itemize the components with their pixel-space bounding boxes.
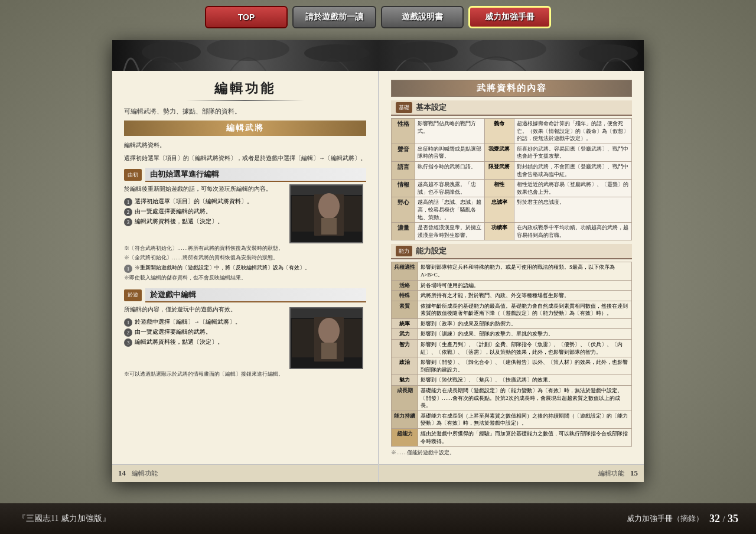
header-right xyxy=(378,40,644,71)
manual-button[interactable]: 遊戲說明書 xyxy=(381,6,464,28)
value-special: 武將所持有之才能，對於戰鬥、內政、外交等種種場哲生影響。 xyxy=(418,291,632,301)
sub-icon-1: 由初 xyxy=(124,169,142,181)
left-page-title: 編輯功能 xyxy=(124,80,366,97)
sub-label-miryoku: 魅力 xyxy=(392,375,418,386)
value-quote: 執行指令時的武將口語。 xyxy=(415,161,485,179)
sub-label-touritsu: 統率 xyxy=(392,318,418,329)
sub1-screenshot xyxy=(285,184,361,243)
label-soushitu: 素質 xyxy=(392,301,418,318)
value-noury: 是否曾經漢漢皇帝。於擁立漢漢皇帝時對生影響。 xyxy=(415,223,485,240)
sub2-step1: 1 於遊戲中選擇〔編輯〕→〔編輯武將〕。 xyxy=(124,318,280,327)
right-footer-title: 編輯功能 xyxy=(598,469,624,478)
note1: ※〔符合武將初始化〕……將所有武將的資料恢復為安裝時的狀態。 xyxy=(124,245,366,253)
sub2-screenshot xyxy=(285,305,361,369)
basic-settings-header: 基礎 基本設定 xyxy=(391,100,632,116)
value-merit-rate: 在內政或戰爭中平均功績。功績越高的武將，越容易得到高的官職。 xyxy=(514,223,631,240)
value-touritsu: 影響到〔政率〕的成果及部隊的防禦力。 xyxy=(418,318,632,329)
sub1-step2: 2 由一覽處選擇要編輯的武將。 xyxy=(124,207,280,216)
table-row: 野心 越高的話「忠誠、忠誠」越高，較容易模仿「騷亂各地、策動」。 忠誠率 對於君… xyxy=(392,197,632,223)
book-container: 編輯功能 可編輯武將、勢力、據點、部隊的資料。 編輯武將 編輯武將資料。 選擇初… xyxy=(112,40,644,482)
sub2-step2: 2 由一覽處選擇要編輯的武將。 xyxy=(124,328,280,337)
label-seikaku: 性格 xyxy=(392,119,415,144)
bottom-manual-label: 威力加強手冊（摘錄） xyxy=(627,513,703,524)
about-button[interactable]: 請於遊戲前一讀 xyxy=(292,6,376,28)
ability-settings-table: 兵種適性 影響到部隊特定兵科和特殊的能力。或是可使用的戰法的種類。S最高，以下依… xyxy=(391,262,632,447)
page-total: 35 xyxy=(728,513,738,525)
label-merit-rate: 功績率 xyxy=(484,223,514,240)
step6-num: 3 xyxy=(124,338,132,347)
svg-rect-13 xyxy=(321,218,337,235)
value-growth: 基礎能力在成長期間〔遊戲設定〕的〔能力變動〕為〔有效〕時，無法於遊戲中設定。〔開… xyxy=(418,386,632,411)
left-page-subtitle: 可編輯武將、勢力、據點、部隊的資料。 xyxy=(124,107,366,116)
sub2-intro: 所編輯的內容，僅於遊玩中的遊戲內有效。 xyxy=(124,305,280,314)
svg-point-3 xyxy=(304,44,369,62)
table-row: 語言 執行指令時的武將口語。 限登武將 對封鎖的武將，不會回應〔登廳武將〕、戰鬥… xyxy=(392,161,632,179)
right-page-number: 15 xyxy=(630,468,638,478)
table-row: 特殊 武將所持有之才能，對於戰鬥、內政、外交等種種場哲生影響。 xyxy=(392,291,632,301)
sub1-step1: 1 選擇初始選單〔項目〕的〔編輯武將資料〕。 xyxy=(124,197,280,206)
bottom-bar: 『三國志11 威力加強版』 威力加強手冊（摘錄） 32 / 35 xyxy=(0,503,756,534)
label-noury: 濃量 xyxy=(392,223,415,240)
right-page: 武將資料的內容 基礎 基本設定 性格 影響戰鬥佔兵略的戰鬥方式。 義命 超過根據… xyxy=(378,71,644,482)
header-left xyxy=(112,40,378,71)
label-special: 特殊 xyxy=(392,291,418,301)
value-chiryoku: 影響到〔生產乃到〕、〔計劃〕全費、部隊指令〔魚雷〕、〔優勢〕、〔伏兵〕、〔內紅〕… xyxy=(418,340,632,357)
table-row: 政治 影響到〔開發〕、〔歸化合令〕、〔建供報告〕以外、〔策人材〕的效果，此外，也… xyxy=(392,357,632,375)
table-row: 成長期 基礎能力在成長期間〔遊戲設定〕的〔能力變動〕為〔有效〕時，無法於遊戲中設… xyxy=(392,386,632,411)
sub-label-seiji: 政治 xyxy=(392,357,418,375)
value-miryoku: 影響到〔陸伏戰況〕、〔魅兵〕、〔扶廣武將〕的效果。 xyxy=(418,375,632,386)
svg-point-5 xyxy=(393,41,458,63)
sub1-text: 於編輯後重新開始遊戲的話，可每次遊玩所編輯的內容。 1 選擇初始選單〔項目〕的〔… xyxy=(124,184,280,243)
note3-num: 1 xyxy=(124,265,132,273)
step1-num: 1 xyxy=(124,198,132,206)
section1-desc: 選擇初始選單〔項目〕的〔編輯武將資料〕，或者是於遊戲中選擇〔編輯〕→〔編輯武將〕… xyxy=(124,154,366,163)
left-footer-title: 編輯功能 xyxy=(132,469,158,478)
sub-title-2: 於遊戲中編輯 xyxy=(145,288,366,302)
note3-item: 1 ※重新開始遊戲時的〔遊戲設定〕中，將〔反映編輯武將〕設為〔有效〕。 xyxy=(124,264,366,273)
value-heisei: 影響到部隊特定兵科和特殊的能力。或是可使用的戰法的種類。S最高，以下依序為A>B… xyxy=(418,262,632,280)
sub2-note: ※可以透過點選顯示於武將的情報畫面的〔編輯〕接鈕來進行編輯。 xyxy=(124,370,366,379)
step6-text: 編輯武將資料後，點選〔決定〕。 xyxy=(135,338,223,346)
value-joho: 越高越不容易洩露。「忠誠」也不容易降低。 xyxy=(415,180,485,197)
note2: ※〔全武將初始化〕……將所有武將的資料恢復為安裝時的狀態。 xyxy=(124,254,366,262)
step2-text: 由一覽處選擇要編輯的武將。 xyxy=(135,207,211,216)
table-row: 魅力 影響到〔陸伏戰況〕、〔魅兵〕、〔扶廣武將〕的效果。 xyxy=(392,375,632,386)
step3-num: 3 xyxy=(124,218,132,226)
step1-text: 選擇初始選單〔項目〕的〔編輯武將資料〕。 xyxy=(135,197,253,206)
top-button[interactable]: TOP xyxy=(205,6,288,28)
label-gen-limit: 限登武將 xyxy=(484,161,514,179)
left-page: 編輯功能 可編輯武將、勢力、據點、部隊的資料。 編輯武將 編輯武將資料。 選擇初… xyxy=(112,71,378,482)
page-current: 32 xyxy=(709,513,720,525)
bottom-right-area: 威力加強手冊（摘錄） 32 / 35 xyxy=(627,513,738,525)
label-ability-cont: 能力持續 xyxy=(392,411,418,428)
basic-settings-icon: 基礎 xyxy=(396,102,412,113)
value-loyalty-rate: 對於君主的忠誠度。 xyxy=(514,197,631,223)
sub2-content: 所編輯的內容，僅於遊玩中的遊戲內有效。 1 於遊戲中選擇〔編輯〕→〔編輯武將〕。… xyxy=(124,305,366,369)
book-pages: 編輯功能 可編輯武將、勢力、據點、部隊的資料。 編輯武將 編輯武將資料。 選擇初… xyxy=(112,71,644,482)
section-header-edit-general: 編輯武將 xyxy=(124,121,366,136)
sub2-text: 所編輯的內容，僅於遊玩中的遊戲內有效。 1 於遊戲中選擇〔編輯〕→〔編輯武將〕。… xyxy=(124,305,280,369)
right-page-main-title: 武將資料的內容 xyxy=(391,80,632,97)
label-super-ability: 超能力 xyxy=(392,429,418,447)
value-yashin: 越高的話「忠誠、忠誠」越高，較容易模仿「騷亂各地、策動」。 xyxy=(415,197,485,223)
label-joho: 情報 xyxy=(392,180,415,197)
value-aibu: 所喜好的武將。容易回應〔登廳武將〕、戰鬥中也會給予支援攻擊。 xyxy=(514,144,631,161)
ability-settings-title: 能力設定 xyxy=(416,246,447,256)
label-loyalty-rate: 忠誠率 xyxy=(484,197,514,223)
label-sound: 聲音 xyxy=(392,144,415,161)
table-row: 聲音 出征時的叫喊聲或是點選部隊時的音響。 我愛武將 所喜好的武將。容易回應〔登… xyxy=(392,144,632,161)
label-gimei: 義命 xyxy=(484,119,514,144)
table-row: 情報 越高越不容易洩露。「忠誠」也不容易降低。 相性 相性近近的武將容易〔登廳武… xyxy=(392,180,632,197)
table-row: 統率 影響到〔政率〕的成果及部隊的防禦力。 xyxy=(392,318,632,329)
step2-num: 2 xyxy=(124,208,132,216)
power-button[interactable]: 威力加強手冊 xyxy=(468,6,551,28)
svg-point-18 xyxy=(318,318,340,344)
bottom-left-text: 『三國志11 威力加強版』 xyxy=(18,513,110,524)
step3-text: 編輯武將資料後，點選〔決定〕。 xyxy=(135,217,223,226)
value-gen-limit: 對封鎖的武將，不會回應〔登廳武將〕、戰鬥中也會告格或為臨中紅。 xyxy=(514,161,631,179)
value-super-ability: 經由於遊戲中所獲得的「經驗」而加算於基礎能力之數值，可以執行部隊指令合或部隊指令… xyxy=(418,429,632,447)
page-separator: / xyxy=(723,515,725,524)
left-page-title-section: 編輯功能 xyxy=(124,80,366,101)
step5-text: 由一覽處選擇要編輯的武將。 xyxy=(135,328,211,336)
sub-section-ingame-edit: 於遊 於遊戲中編輯 xyxy=(124,288,366,302)
